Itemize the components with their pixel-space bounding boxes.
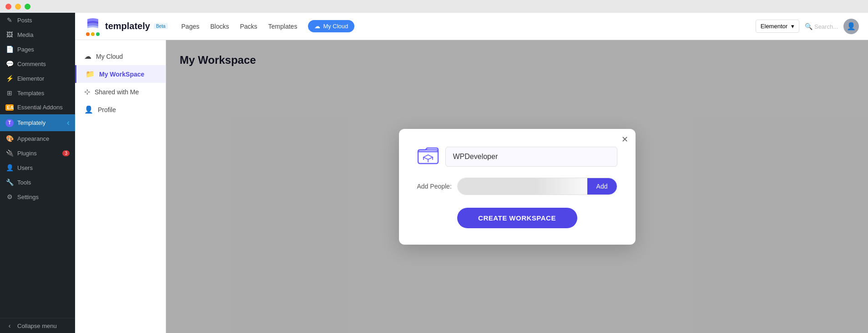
sidebar-item-templates[interactable]: ⊞ Templates — [0, 86, 75, 100]
cloud-icon: ☁ — [84, 52, 91, 61]
t-sidebar-item-my-workspace[interactable]: 📁 My WorkSpace — [75, 65, 166, 83]
modal-overlay: ✕ — [166, 40, 868, 333]
sidebar-item-templately[interactable]: T Templately ‹ — [0, 114, 75, 131]
maximize-button[interactable] — [25, 4, 30, 10]
templately-sidebar: ☁ My Cloud 📁 My WorkSpace ⊹ Shared with … — [75, 40, 166, 333]
collapse-icon: ‹ — [5, 322, 14, 329]
templately-icon: T — [5, 119, 14, 127]
collapse-menu-button[interactable]: ‹ Collapse menu — [0, 318, 75, 333]
wp-sidebar: ✎ Posts 🖼 Media 📄 Pages 💬 Comments ⚡ Ele… — [0, 13, 75, 333]
title-bar — [0, 0, 868, 13]
my-cloud-button[interactable]: ☁ My Cloud — [308, 20, 354, 32]
appearance-icon: 🎨 — [5, 135, 14, 142]
templates-icon: ⊞ — [5, 89, 14, 97]
search-area[interactable]: 🔍 Search... — [805, 23, 838, 30]
sidebar-item-settings[interactable]: ⚙ Settings — [0, 190, 75, 204]
t-sidebar-item-shared-with-me[interactable]: ⊹ Shared with Me — [75, 83, 166, 101]
sidebar-item-media[interactable]: 🖼 Media — [0, 27, 75, 42]
comments-icon: 💬 — [5, 60, 14, 67]
modal-close-button[interactable]: ✕ — [621, 135, 628, 143]
posts-icon: ✎ — [5, 16, 14, 24]
builder-select[interactable]: Elementor ▾ — [756, 20, 799, 33]
pages-icon: 📄 — [5, 46, 14, 53]
nav-blocks[interactable]: Blocks — [210, 23, 229, 30]
workspace-folder-icon — [417, 145, 439, 169]
settings-icon: ⚙ — [5, 193, 14, 200]
sidebar-item-users[interactable]: 👤 Users — [0, 160, 75, 175]
media-icon: 🖼 — [5, 31, 14, 38]
t-sidebar-item-profile[interactable]: 👤 Profile — [75, 101, 166, 118]
t-sidebar-item-my-cloud[interactable]: ☁ My Cloud — [75, 47, 166, 65]
add-people-input[interactable] — [458, 178, 587, 195]
content-area: templately Beta Pages Blocks Packs Templ… — [75, 13, 868, 333]
sidebar-item-comments[interactable]: 💬 Comments — [0, 56, 75, 71]
templately-logo-icon — [86, 17, 100, 30]
nav-pages[interactable]: Pages — [182, 23, 200, 30]
header-right: Elementor ▾ 🔍 Search... 👤 — [756, 19, 859, 34]
add-people-button[interactable]: Add — [587, 178, 617, 195]
templately-header: templately Beta Pages Blocks Packs Templ… — [75, 13, 868, 40]
plugins-badge: 3 — [62, 150, 70, 156]
users-icon: 👤 — [5, 164, 14, 171]
create-workspace-modal: ✕ — [399, 129, 636, 245]
workspace-name-row — [417, 145, 617, 169]
elementor-icon: ⚡ — [5, 75, 14, 82]
logo-beta: Beta — [154, 23, 168, 29]
tools-icon: 🔧 — [5, 179, 14, 186]
nav-templates[interactable]: Templates — [268, 23, 298, 30]
sidebar-item-essential-addons[interactable]: EA Essential Addons — [0, 100, 75, 114]
folder-icon: 📁 — [86, 70, 95, 78]
sidebar-item-plugins[interactable]: 🔌 Plugins 3 — [0, 146, 75, 160]
minimize-button[interactable] — [15, 4, 21, 10]
nav-packs[interactable]: Packs — [240, 23, 257, 30]
sidebar-item-pages[interactable]: 📄 Pages — [0, 42, 75, 56]
header-nav: Pages Blocks Packs Templates ☁ My Cloud — [182, 20, 742, 32]
search-icon: 🔍 — [805, 23, 812, 30]
sidebar-item-posts[interactable]: ✎ Posts — [0, 13, 75, 27]
logo-text: templately — [105, 21, 150, 31]
main-area: ☁ My Cloud 📁 My WorkSpace ⊹ Shared with … — [75, 40, 868, 333]
sidebar-item-appearance[interactable]: 🎨 Appearance — [0, 131, 75, 146]
page-content: My Workspace ✕ — [166, 40, 868, 333]
add-people-input-wrap: Add — [457, 178, 617, 195]
share-icon: ⊹ — [84, 87, 90, 96]
add-people-row: Add People: Add — [417, 178, 617, 195]
chevron-down-icon: ▾ — [791, 23, 794, 30]
profile-icon: 👤 — [84, 105, 93, 114]
essential-addons-icon: EA — [5, 104, 14, 111]
workspace-name-input[interactable] — [445, 147, 617, 167]
add-people-label: Add People: — [417, 183, 452, 190]
plugins-icon: 🔌 — [5, 149, 14, 157]
close-button[interactable] — [5, 4, 11, 10]
user-avatar[interactable]: 👤 — [843, 19, 859, 34]
logo-area: templately Beta — [84, 16, 168, 36]
sidebar-item-tools[interactable]: 🔧 Tools — [0, 175, 75, 190]
create-workspace-button[interactable]: CREATE WORKSPACE — [457, 208, 577, 228]
user-icon: 👤 — [847, 22, 856, 31]
sidebar-item-elementor[interactable]: ⚡ Elementor — [0, 71, 75, 86]
cloud-icon: ☁ — [314, 23, 320, 30]
app: ✎ Posts 🖼 Media 📄 Pages 💬 Comments ⚡ Ele… — [0, 13, 868, 333]
